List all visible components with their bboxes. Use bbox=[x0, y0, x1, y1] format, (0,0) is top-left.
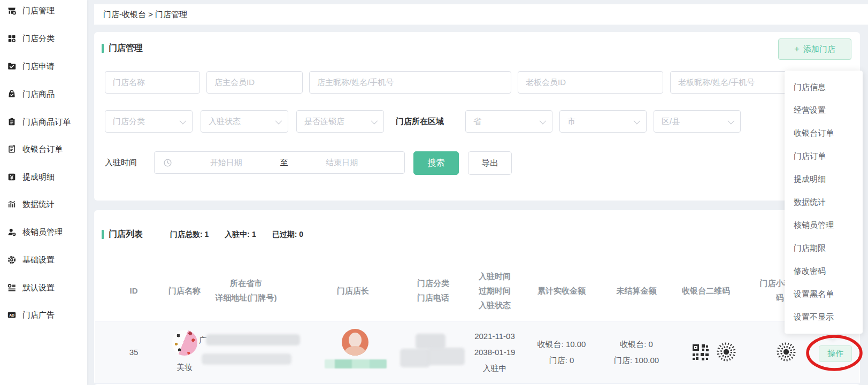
cashier-qr-code-icon[interactable] bbox=[692, 343, 710, 361]
city-select[interactable]: 市 bbox=[559, 110, 647, 133]
settle-status-placeholder: 入驻状态 bbox=[209, 117, 241, 127]
sidebar-item-verifier-manage[interactable]: 核销员管理 bbox=[7, 225, 63, 239]
menu-item-business-settings[interactable]: 经营设置 bbox=[785, 99, 863, 122]
boss-nickname-placeholder: 老板昵称/姓名/手机号 bbox=[678, 78, 755, 88]
folder-check-icon bbox=[7, 61, 17, 71]
sidebar-item-label: 门店申请 bbox=[22, 61, 55, 72]
phone-blur bbox=[427, 348, 465, 365]
grid-icon bbox=[7, 34, 17, 43]
col-header-manager: 门店店长 bbox=[318, 266, 388, 314]
owner-nickname-input[interactable]: 店主昵称/姓名/手机号 bbox=[309, 71, 511, 94]
sidebar-item-data-statistics[interactable]: 数据统计 bbox=[7, 197, 55, 211]
province-placeholder: 省 bbox=[473, 117, 481, 127]
sidebar-item-label: 门店管理 bbox=[22, 6, 55, 16]
sidebar-item-label: 门店商品 bbox=[22, 89, 55, 99]
cashier-miniprogram-code-icon[interactable] bbox=[716, 341, 737, 363]
sidebar-item-label: 门店商品订单 bbox=[22, 117, 71, 127]
person-gear-icon bbox=[7, 227, 17, 237]
add-store-button[interactable]: + 添加门店 bbox=[778, 38, 851, 60]
date-end-placeholder: 结束日期 bbox=[288, 158, 396, 168]
store-miniprogram-code-icon[interactable] bbox=[775, 341, 797, 363]
title-marker bbox=[102, 44, 104, 53]
action-dropdown-menu: 门店信息 经营设置 收银台订单 门店订单 提成明细 数据统计 核销员管理 门店期… bbox=[785, 71, 863, 334]
province-select[interactable]: 省 bbox=[465, 110, 552, 133]
expire-time: 2038-01-19 bbox=[474, 344, 516, 360]
store-name-input[interactable]: 门店名称 bbox=[105, 71, 200, 94]
menu-item-store-term[interactable]: 门店期限 bbox=[785, 237, 863, 260]
sidebar-item-store-category[interactable]: 门店分类 bbox=[7, 32, 55, 45]
clipboard-icon bbox=[7, 117, 17, 127]
stat-total-value: 1 bbox=[205, 230, 209, 238]
owner-member-id-placeholder: 店主会员ID bbox=[214, 78, 255, 88]
panel-title-row: 门店管理 bbox=[102, 43, 143, 54]
menu-item-commission-detail[interactable]: 提成明细 bbox=[785, 168, 863, 191]
date-separator: 至 bbox=[280, 158, 288, 168]
sidebar-item-store-goods[interactable]: 门店商品 bbox=[7, 87, 55, 101]
menu-item-cashier-orders[interactable]: 收银台订单 bbox=[785, 122, 863, 145]
col-header-unsettled: 未结算金额 bbox=[602, 266, 671, 314]
sidebar-item-store-ads[interactable]: AD 门店广告 bbox=[7, 308, 55, 322]
menu-item-set-hidden[interactable]: 设置不显示 bbox=[785, 306, 863, 329]
address-blur-2 bbox=[202, 353, 291, 365]
form-icon bbox=[7, 283, 17, 292]
breadcrumb-bar: 门店-收银台 > 门店管理 bbox=[94, 4, 868, 25]
col-header-time-status: 入驻时间过期时间入驻状态 bbox=[461, 266, 528, 314]
sidebar-item-cashier-orders[interactable]: 收银台订单 bbox=[7, 142, 63, 156]
title-marker bbox=[102, 230, 104, 239]
category-blur-1 bbox=[416, 334, 445, 349]
menu-item-change-password[interactable]: 修改密码 bbox=[785, 260, 863, 283]
owner-nickname-placeholder: 店主昵称/姓名/手机号 bbox=[317, 78, 394, 88]
cell-id: 35 bbox=[115, 344, 152, 360]
action-button[interactable]: 操作 bbox=[819, 345, 852, 362]
storefront-icon bbox=[7, 6, 17, 16]
search-button[interactable]: 搜索 bbox=[413, 151, 459, 175]
sidebar-item-store-goods-orders[interactable]: 门店商品订单 bbox=[7, 115, 71, 129]
store-category-placeholder: 门店分类 bbox=[113, 117, 145, 127]
sidebar-item-commission-detail[interactable]: 提成明细 bbox=[7, 170, 55, 184]
sidebar-item-default-settings[interactable]: 默认设置 bbox=[7, 281, 55, 295]
date-range-input[interactable]: 开始日期 至 结束日期 bbox=[154, 151, 405, 174]
yen-icon bbox=[7, 172, 17, 182]
col-header-category-phone: 门店分类门店电话 bbox=[398, 266, 468, 314]
sidebar-item-label: 核销员管理 bbox=[22, 227, 63, 237]
breadcrumb: 门店-收银台 > 门店管理 bbox=[103, 10, 187, 20]
add-store-label: 添加门店 bbox=[803, 44, 835, 55]
sidebar-item-label: 提成明细 bbox=[22, 172, 55, 182]
date-start-placeholder: 开始日期 bbox=[172, 158, 280, 168]
menu-item-store-info[interactable]: 门店信息 bbox=[785, 76, 863, 99]
region-label: 门店所在区域 bbox=[396, 110, 444, 133]
city-placeholder: 市 bbox=[567, 117, 575, 127]
owner-member-id-input[interactable]: 店主会员ID bbox=[206, 71, 303, 94]
boss-member-id-input[interactable]: 老板会员ID bbox=[518, 71, 663, 94]
chain-store-select[interactable]: 是否连锁店 bbox=[296, 110, 384, 133]
plus-icon: + bbox=[794, 44, 800, 55]
sidebar-item-basic-settings[interactable]: 基础设置 bbox=[7, 253, 55, 267]
clock-icon bbox=[163, 158, 172, 167]
store-name-placeholder: 门店名称 bbox=[113, 78, 145, 88]
chevron-down-icon bbox=[634, 117, 641, 124]
menu-item-data-statistics[interactable]: 数据统计 bbox=[785, 191, 863, 214]
district-select[interactable]: 区/县 bbox=[654, 110, 741, 133]
menu-item-set-blacklist[interactable]: 设置黑名单 bbox=[785, 283, 863, 306]
join-time: 2021-11-03 bbox=[474, 328, 515, 344]
cell-time-status: 2021-11-03 2038-01-19 入驻中 bbox=[461, 328, 528, 376]
receipt-icon bbox=[7, 144, 17, 154]
chevron-down-icon bbox=[540, 117, 547, 124]
chart-icon bbox=[7, 199, 17, 209]
status-badge: 入驻中 bbox=[483, 360, 507, 376]
list-title: 门店列表 bbox=[109, 229, 143, 240]
menu-item-verifier-manage[interactable]: 核销员管理 bbox=[785, 214, 863, 237]
list-title-row: 门店列表 bbox=[102, 229, 143, 240]
menu-item-store-orders[interactable]: 门店订单 bbox=[785, 145, 863, 168]
stat-expired: 已过期: 0 bbox=[272, 230, 303, 240]
settle-time-label: 入驻时间 bbox=[105, 151, 137, 174]
chevron-down-icon bbox=[275, 117, 282, 124]
sidebar-item-store-apply[interactable]: 门店申请 bbox=[7, 59, 55, 73]
export-button[interactable]: 导出 bbox=[468, 151, 512, 175]
sidebar-item-store-manage[interactable]: 门店管理 bbox=[7, 4, 55, 18]
settle-status-select[interactable]: 入驻状态 bbox=[201, 110, 288, 133]
stat-active: 入驻中: 1 bbox=[225, 230, 256, 240]
stat-active-value: 1 bbox=[252, 230, 256, 238]
store-category-select[interactable]: 门店分类 bbox=[105, 110, 193, 133]
chevron-down-icon bbox=[371, 117, 378, 124]
